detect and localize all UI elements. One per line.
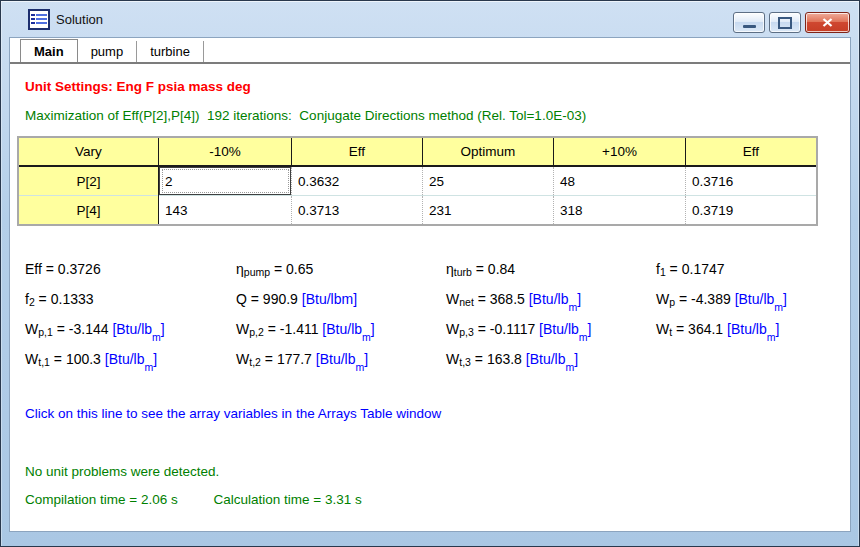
variable-value: ηturb = 0.84 [446, 254, 656, 284]
minimize-icon [743, 25, 756, 28]
table-cell-vary[interactable]: P[4] [19, 196, 159, 225]
table-header-cell: Optimum [423, 138, 554, 166]
table-header-cell: -10% [159, 138, 292, 166]
tab-turbine[interactable]: turbine [137, 41, 204, 62]
table-cell[interactable]: 143 [159, 196, 292, 225]
table-header-cell: Eff [686, 138, 817, 166]
variable-value: Wnet = 368.5 [Btu/lbm] [446, 284, 656, 314]
solution-table-icon [28, 9, 50, 30]
variable-value: Wt = 364.1 [Btu/lbm] [656, 314, 850, 344]
table-cell[interactable]: 231 [423, 196, 554, 225]
variable-value: Wp,1 = -3.144 [Btu/lbm] [25, 314, 236, 344]
table-cell[interactable]: 318 [554, 196, 686, 225]
table-header-cell: Eff [292, 138, 423, 166]
optimization-table: Vary-10%EffOptimum+10%Eff P[2]20.3632254… [19, 138, 816, 224]
variable-value: f2 = 0.1333 [25, 284, 236, 314]
table-cell[interactable]: 0.3716 [686, 166, 817, 196]
unit-check-text: No unit problems were detected. [25, 464, 850, 479]
table-cell[interactable]: 48 [554, 166, 686, 196]
variable-value: Wt,1 = 100.3 [Btu/lbm] [25, 344, 236, 374]
table-cell[interactable]: 0.3632 [292, 166, 423, 196]
minimize-button[interactable] [733, 12, 765, 33]
variable-value: Wt,3 = 163.8 [Btu/lbm] [446, 344, 656, 374]
solution-content: Mainpumpturbine Unit Settings: Eng F psi… [9, 37, 851, 532]
table-cell[interactable]: 0.3713 [292, 196, 423, 225]
variable-empty [656, 344, 850, 374]
variable-value: Q = 990.9 [Btu/lbm] [236, 284, 446, 314]
calculation-time-text: Calculation time = 3.31 s [213, 492, 361, 507]
maximize-icon [778, 17, 792, 29]
optimization-table-frame: Vary-10%EffOptimum+10%Eff P[2]20.3632254… [17, 136, 818, 226]
variable-value: Wp,2 = -1.411 [Btu/lbm] [236, 314, 446, 344]
compilation-time-text: Compilation time = 2.06 s [25, 492, 178, 507]
variable-value: Wp,3 = -0.1117 [Btu/lbm] [446, 314, 656, 344]
table-header-cell: +10% [554, 138, 686, 166]
table-cell-vary[interactable]: P[2] [19, 166, 159, 196]
table-row: P[4]1430.37132313180.3719 [19, 196, 816, 225]
variable-value: f1 = 0.1747 [656, 254, 850, 284]
caption-buttons [733, 12, 850, 33]
arrays-table-link[interactable]: Click on this line to see the array vari… [25, 406, 850, 421]
table-cell[interactable]: 25 [423, 166, 554, 196]
table-cell[interactable]: 0.3719 [686, 196, 817, 225]
unit-settings-text: Unit Settings: Eng F psia mass deg [25, 79, 850, 94]
tab-bar: Mainpumpturbine [10, 38, 850, 64]
window-title: Solution [56, 12, 103, 27]
tab-pump[interactable]: pump [78, 41, 138, 62]
close-icon [822, 18, 833, 27]
variable-value: ηpump = 0.65 [236, 254, 446, 284]
titlebar[interactable]: Solution [1, 1, 859, 37]
maximize-button[interactable] [769, 12, 801, 33]
table-row: P[2]20.363225480.3716 [19, 166, 816, 196]
timing-line: Compilation time = 2.06 s Calculation ti… [25, 492, 850, 507]
variable-value: Wt,2 = 177.7 [Btu/lbm] [236, 344, 446, 374]
variables-grid: Eff = 0.3726ηpump = 0.65ηturb = 0.84f1 =… [25, 254, 850, 374]
table-cell[interactable]: 2 [159, 166, 292, 196]
close-button[interactable] [805, 12, 850, 33]
variable-value: Eff = 0.3726 [25, 254, 236, 284]
optimization-summary-text: Maximization of Eff(P[2],P[4]) 192 itera… [25, 108, 850, 123]
variable-value: Wp = -4.389 [Btu/lbm] [656, 284, 850, 314]
solution-window: Solution Mainpumpturbine Unit Settings: … [0, 0, 860, 547]
table-header-cell: Vary [19, 138, 159, 166]
tab-main[interactable]: Main [20, 39, 78, 62]
